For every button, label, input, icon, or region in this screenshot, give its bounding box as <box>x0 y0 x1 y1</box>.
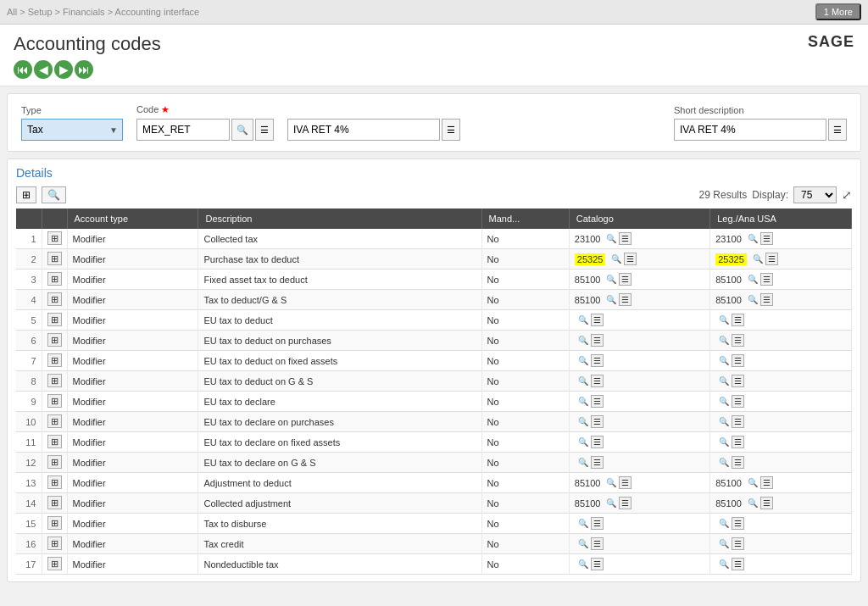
catalogo-search-icon[interactable]: 🔍 <box>578 519 588 528</box>
code-desc-input[interactable] <box>287 119 440 141</box>
nav-next-button[interactable]: ▶ <box>54 60 73 79</box>
col-catalogo[interactable]: Catalogo <box>569 208 709 229</box>
catalogo-search-icon[interactable]: 🔍 <box>606 275 616 284</box>
leg-ana-list-icon[interactable]: ☰ <box>760 273 773 286</box>
catalogo-search-icon[interactable]: 🔍 <box>578 417 588 426</box>
toolbar-grid-button[interactable]: ⊞ <box>16 186 36 203</box>
catalogo-list-icon[interactable]: ☰ <box>591 314 604 326</box>
shortdesc-list-button[interactable]: ☰ <box>828 119 847 141</box>
catalogo-list-icon[interactable]: ☰ <box>619 232 632 245</box>
leg-ana-list-icon[interactable]: ☰ <box>732 558 744 570</box>
catalogo-search-icon[interactable]: 🔍 <box>578 356 588 365</box>
leg-ana-search-icon[interactable]: 🔍 <box>719 356 729 365</box>
row-grid-icon[interactable]: ⊞ <box>47 435 62 448</box>
catalogo-list-icon[interactable]: ☰ <box>591 558 604 570</box>
row-icon-cell[interactable]: ⊞ <box>42 534 67 554</box>
leg-ana-list-icon[interactable]: ☰ <box>732 415 744 428</box>
row-grid-icon[interactable]: ⊞ <box>47 537 62 550</box>
row-icon-cell[interactable]: ⊞ <box>42 412 67 432</box>
col-description[interactable]: Description <box>198 208 481 229</box>
leg-ana-search-icon[interactable]: 🔍 <box>719 519 729 528</box>
leg-ana-search-icon[interactable]: 🔍 <box>719 336 729 345</box>
row-icon-cell[interactable]: ⊞ <box>42 473 67 493</box>
catalogo-search-icon[interactable]: 🔍 <box>578 437 588 447</box>
leg-ana-search-icon[interactable]: 🔍 <box>719 559 729 569</box>
leg-ana-list-icon[interactable]: ☰ <box>732 395 744 408</box>
code-search-button[interactable]: 🔍 <box>231 119 253 141</box>
leg-ana-search-icon[interactable]: 🔍 <box>719 315 729 325</box>
row-icon-cell[interactable]: ⊞ <box>42 371 67 392</box>
leg-ana-list-icon[interactable]: ☰ <box>732 436 744 448</box>
breadcrumb-financials[interactable]: Financials > <box>63 7 113 17</box>
type-select[interactable]: Tax <box>21 119 123 141</box>
row-icon-cell[interactable]: ⊞ <box>42 554 67 575</box>
row-grid-icon[interactable]: ⊞ <box>47 353 62 367</box>
catalogo-search-icon[interactable]: 🔍 <box>606 295 616 304</box>
col-leg-ana[interactable]: Leg./Ana USA <box>710 208 852 229</box>
leg-ana-search-icon[interactable]: 🔍 <box>748 498 758 508</box>
leg-ana-list-icon[interactable]: ☰ <box>732 354 744 367</box>
catalogo-list-icon[interactable]: ☰ <box>591 517 604 530</box>
row-grid-icon[interactable]: ⊞ <box>47 313 62 326</box>
leg-ana-list-icon[interactable]: ☰ <box>732 537 744 550</box>
row-grid-icon[interactable]: ⊞ <box>47 455 62 469</box>
catalogo-search-icon[interactable]: 🔍 <box>606 498 616 508</box>
catalogo-search-icon[interactable]: 🔍 <box>606 234 616 243</box>
leg-ana-list-icon[interactable]: ☰ <box>732 375 744 387</box>
short-desc-input[interactable] <box>674 119 826 141</box>
nav-prev-button[interactable]: ◀ <box>34 60 53 79</box>
code-input[interactable] <box>136 119 230 141</box>
row-icon-cell[interactable]: ⊞ <box>42 290 67 310</box>
nav-first-button[interactable]: ⏮ <box>14 60 32 79</box>
row-icon-cell[interactable]: ⊞ <box>42 351 67 371</box>
leg-ana-search-icon[interactable]: 🔍 <box>719 539 729 548</box>
catalogo-list-icon[interactable]: ☰ <box>619 273 632 286</box>
leg-ana-search-icon[interactable]: 🔍 <box>719 437 729 447</box>
nav-last-button[interactable]: ⏭ <box>75 60 93 79</box>
leg-ana-list-icon[interactable]: ☰ <box>732 517 744 530</box>
leg-ana-list-icon[interactable]: ☰ <box>760 232 773 245</box>
row-grid-icon[interactable]: ⊞ <box>47 475 62 489</box>
row-grid-icon[interactable]: ⊞ <box>47 231 62 245</box>
toolbar-search-button[interactable]: 🔍 <box>42 186 66 203</box>
row-grid-icon[interactable]: ⊞ <box>47 374 62 387</box>
codedesc-list-button[interactable]: ☰ <box>442 119 460 141</box>
catalogo-list-icon[interactable]: ☰ <box>619 497 632 509</box>
display-select[interactable]: 75 25 50 100 <box>793 186 837 203</box>
row-icon-cell[interactable]: ⊞ <box>42 249 67 270</box>
catalogo-list-icon[interactable]: ☰ <box>619 293 632 306</box>
catalogo-search-icon[interactable]: 🔍 <box>578 336 588 345</box>
catalogo-list-icon[interactable]: ☰ <box>591 395 604 408</box>
row-grid-icon[interactable]: ⊞ <box>47 252 62 265</box>
row-grid-icon[interactable]: ⊞ <box>47 414 62 428</box>
catalogo-search-icon[interactable]: 🔍 <box>578 397 588 406</box>
leg-ana-search-icon[interactable]: 🔍 <box>719 397 729 406</box>
catalogo-list-icon[interactable]: ☰ <box>624 253 637 265</box>
catalogo-search-icon[interactable]: 🔍 <box>578 376 588 386</box>
catalogo-list-icon[interactable]: ☰ <box>591 415 604 428</box>
catalogo-list-icon[interactable]: ☰ <box>591 456 604 469</box>
row-grid-icon[interactable]: ⊞ <box>47 557 62 570</box>
code-list-button[interactable]: ☰ <box>255 119 274 141</box>
row-grid-icon[interactable]: ⊞ <box>47 394 62 408</box>
leg-ana-search-icon[interactable]: 🔍 <box>748 478 758 487</box>
row-icon-cell[interactable]: ⊞ <box>42 229 67 249</box>
row-grid-icon[interactable]: ⊞ <box>47 516 62 530</box>
catalogo-search-icon[interactable]: 🔍 <box>578 458 588 467</box>
leg-ana-list-icon[interactable]: ☰ <box>732 314 744 326</box>
leg-ana-list-icon[interactable]: ☰ <box>765 253 778 265</box>
row-icon-cell[interactable]: ⊞ <box>42 514 67 534</box>
row-icon-cell[interactable]: ⊞ <box>42 310 67 331</box>
catalogo-list-icon[interactable]: ☰ <box>591 354 604 367</box>
row-icon-cell[interactable]: ⊞ <box>42 392 67 412</box>
leg-ana-list-icon[interactable]: ☰ <box>732 456 744 469</box>
row-icon-cell[interactable]: ⊞ <box>42 432 67 453</box>
leg-ana-search-icon[interactable]: 🔍 <box>753 254 763 264</box>
row-grid-icon[interactable]: ⊞ <box>47 292 62 306</box>
leg-ana-search-icon[interactable]: 🔍 <box>719 458 729 467</box>
leg-ana-search-icon[interactable]: 🔍 <box>748 234 758 243</box>
table-container[interactable]: Account type Description Mand... Catalog… <box>16 208 852 575</box>
row-grid-icon[interactable]: ⊞ <box>47 496 62 509</box>
catalogo-search-icon[interactable]: 🔍 <box>578 559 588 569</box>
expand-icon[interactable]: ⤢ <box>842 188 852 202</box>
